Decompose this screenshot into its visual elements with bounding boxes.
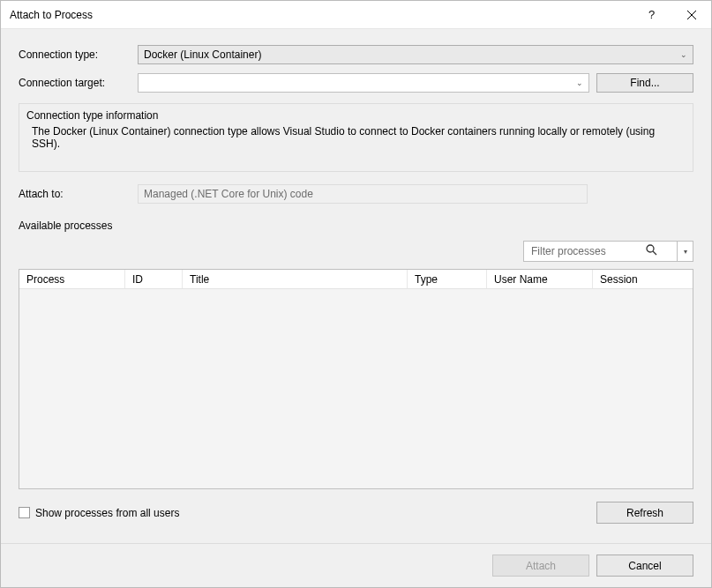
chevron-down-icon: ⌄ <box>576 78 583 87</box>
filter-placeholder: Filter processes <box>531 245 606 257</box>
connection-type-combo[interactable]: Docker (Linux Container) ⌄ <box>138 45 693 64</box>
svg-line-3 <box>653 251 656 255</box>
connection-type-value: Docker (Linux Container) <box>144 48 261 61</box>
info-text: The Docker (Linux Container) connection … <box>26 125 686 150</box>
find-button[interactable]: Find... <box>596 73 693 93</box>
column-header-process[interactable]: Process <box>19 270 125 288</box>
attach-to-label: Attach to: <box>19 188 138 200</box>
column-header-session[interactable]: Session <box>593 270 693 288</box>
refresh-button-label: Refresh <box>626 507 663 519</box>
column-header-type[interactable]: Type <box>408 270 487 288</box>
close-icon <box>687 11 696 19</box>
below-grid-row: Show processes from all users Refresh <box>19 502 693 524</box>
search-icon <box>646 244 657 258</box>
show-all-users-label: Show processes from all users <box>35 507 179 519</box>
caret-down-icon: ▾ <box>684 248 687 256</box>
filter-dropdown-button[interactable]: ▾ <box>678 241 693 262</box>
connection-type-label: Connection type: <box>19 48 138 61</box>
chevron-down-icon: ⌄ <box>680 50 687 59</box>
connection-target-combo[interactable]: ⌄ <box>138 73 589 93</box>
dialog-content: Connection type: Docker (Linux Container… <box>1 29 711 543</box>
connection-type-info: Connection type information The Docker (… <box>19 103 693 172</box>
attach-to-field: Managed (.NET Core for Unix) code <box>138 184 588 204</box>
titlebar: Attach to Process ? <box>1 1 711 29</box>
attach-button-label: Attach <box>526 560 556 572</box>
process-grid[interactable]: Process ID Title Type User Name Session <box>19 269 693 489</box>
info-title: Connection type information <box>26 109 686 122</box>
find-button-label: Find... <box>630 77 659 89</box>
available-processes-label: Available processes <box>19 220 693 232</box>
refresh-button[interactable]: Refresh <box>596 502 693 524</box>
connection-target-label: Connection target: <box>19 77 138 89</box>
grid-body <box>19 289 693 488</box>
filter-processes-input[interactable]: Filter processes <box>523 241 678 262</box>
filter-row: Filter processes ▾ <box>19 241 693 262</box>
attach-button[interactable]: Attach <box>492 555 589 577</box>
cancel-button-label: Cancel <box>628 560 661 572</box>
dialog-title: Attach to Process <box>10 9 632 21</box>
connection-type-row: Connection type: Docker (Linux Container… <box>19 45 693 64</box>
grid-header: Process ID Title Type User Name Session <box>19 270 693 289</box>
close-button[interactable] <box>671 1 711 29</box>
attach-to-process-dialog: Attach to Process ? Connection type: Doc… <box>0 0 712 588</box>
connection-target-row: Connection target: ⌄ Find... <box>19 73 693 93</box>
column-header-title[interactable]: Title <box>183 270 408 288</box>
column-header-id[interactable]: ID <box>125 270 183 288</box>
dialog-footer: Attach Cancel <box>1 543 711 587</box>
show-all-users-checkbox[interactable] <box>19 507 30 518</box>
attach-to-value: Managed (.NET Core for Unix) code <box>144 188 313 200</box>
cancel-button[interactable]: Cancel <box>596 555 693 577</box>
svg-point-2 <box>647 245 654 252</box>
attach-to-row: Attach to: Managed (.NET Core for Unix) … <box>19 184 693 204</box>
help-button[interactable]: ? <box>632 1 671 29</box>
column-header-user-name[interactable]: User Name <box>487 270 593 288</box>
